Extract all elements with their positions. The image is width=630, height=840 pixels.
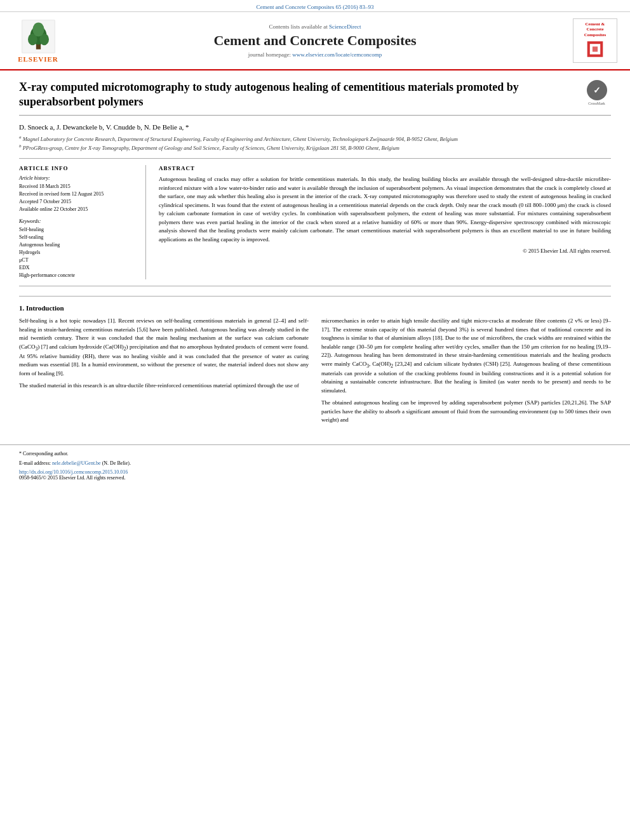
article-title: X-ray computed microtomography to study … [19, 80, 576, 110]
accepted-date: Accepted 7 October 2015 [19, 198, 136, 206]
intro-right-para-2: The obtained autogenous healing can be i… [321, 399, 611, 425]
journal-homepage: journal homepage: www.elsevier.com/locat… [64, 51, 566, 58]
journal-banner: ELSEVIER Contents lists available at Sci… [0, 12, 630, 70]
crossmark-text: CrossMark [588, 102, 605, 105]
article-content: X-ray computed microtomography to study … [0, 70, 630, 438]
intro-body-columns: Self-healing is a hot topic nowadays [1]… [19, 317, 611, 429]
email-note: E-mail address: nele.debelie@UGent.be (N… [19, 460, 611, 467]
intro-right-para-1: micromechanics in order to attain high t… [321, 317, 611, 395]
keyword-high-performance: High-performance concrete [19, 272, 136, 279]
keywords-section: Keywords: Self-healing Self-sealing Auto… [19, 218, 136, 279]
copyright-line: © 2015 Elsevier Ltd. All rights reserved… [159, 248, 611, 254]
article-info-heading: ARTICLE INFO [19, 165, 136, 171]
abstract-text: Autogenous healing of cracks may offer a… [159, 175, 611, 244]
keyword-uct: μCT [19, 257, 136, 264]
article-info-column: ARTICLE INFO Article history: Received 1… [19, 165, 146, 279]
intro-left-column: Self-healing is a hot topic nowadays [1]… [19, 317, 309, 429]
journal-center: Contents lists available at ScienceDirec… [64, 23, 566, 58]
intro-left-para-1: Self-healing is a hot topic nowadays [1]… [19, 317, 309, 378]
keyword-self-sealing: Self-sealing [19, 234, 136, 241]
history-label: Article history: [19, 175, 136, 181]
journal-logo-right: Cement &ConcreteComposites [566, 18, 617, 63]
introduction-section: 1. Introduction Self-healing is a hot to… [19, 304, 611, 429]
journal-title-banner: Cement and Concrete Composites [64, 32, 566, 49]
received-date: Received 18 March 2015 [19, 183, 136, 190]
intro-left-para-2: The studied material in this research is… [19, 382, 309, 390]
affiliation-b: b PProGRess-group, Centre for X-ray Tomo… [19, 143, 611, 152]
journal-logo-box-title: Cement &ConcreteComposites [584, 22, 607, 37]
received-revised-date: Received in revised form 12 August 2015 [19, 190, 136, 198]
journal-top-bar: Cement and Concrete Composites 65 (2016)… [0, 0, 630, 12]
journal-volume-info: Cement and Concrete Composites 65 (2016)… [257, 4, 374, 10]
keyword-edx: EDX [19, 264, 136, 272]
journal-logo-box-icon [582, 39, 608, 60]
abstract-column: ABSTRACT Autogenous healing of cracks ma… [159, 165, 611, 279]
article-dates: Received 18 March 2015 Received in revis… [19, 183, 136, 213]
corresponding-note: * Corresponding author. [19, 450, 611, 458]
page-footer: * Corresponding author. E-mail address: … [0, 444, 630, 486]
science-direct-link[interactable]: ScienceDirect [329, 23, 361, 30]
elsevier-wordmark: ELSEVIER [18, 55, 58, 63]
affiliations: a Magnel Laboratory for Concrete Researc… [19, 135, 611, 152]
crossmark-icon: ✓ [587, 80, 607, 100]
svg-rect-9 [593, 46, 598, 51]
elsevier-tree-icon [21, 19, 56, 54]
intro-section-title: 1. Introduction [19, 304, 611, 312]
keyword-autogenous: Autogenous healing [19, 241, 136, 249]
available-date: Available online 22 October 2015 [19, 206, 136, 213]
footer-issn: 0958-9465/© 2015 Elsevier Ltd. All right… [19, 475, 611, 481]
svg-point-5 [32, 22, 44, 36]
keywords-label: Keywords: [19, 218, 136, 224]
authors: D. Snoeck a, J. Dewanckele b, V. Cnudde … [19, 123, 611, 131]
affiliation-a: a Magnel Laboratory for Concrete Researc… [19, 135, 611, 143]
footer-doi[interactable]: http://dx.doi.org/10.1016/j.cemconcomp.2… [19, 469, 611, 475]
elsevier-logo: ELSEVIER [13, 19, 64, 63]
science-direct-text: Contents lists available at ScienceDirec… [64, 23, 566, 30]
crossmark-logo: ✓ CrossMark [582, 80, 611, 105]
article-title-section: X-ray computed microtomography to study … [19, 80, 611, 116]
email-link[interactable]: nele.debelie@UGent.be [52, 460, 101, 466]
abstract-heading: ABSTRACT [159, 165, 611, 171]
keyword-self-healing: Self-healing [19, 226, 136, 234]
journal-logo-box: Cement &ConcreteComposites [573, 18, 617, 63]
journal-homepage-link[interactable]: www.elsevier.com/locate/cemconcomp [292, 51, 382, 58]
abstract-paragraph: Autogenous healing of cracks may offer a… [159, 175, 611, 244]
keyword-hydrogels: Hydrogels [19, 249, 136, 257]
section-divider [19, 296, 611, 297]
intro-right-column: micromechanics in order to attain high t… [321, 317, 611, 429]
article-info-abstract-section: ARTICLE INFO Article history: Received 1… [19, 158, 611, 286]
